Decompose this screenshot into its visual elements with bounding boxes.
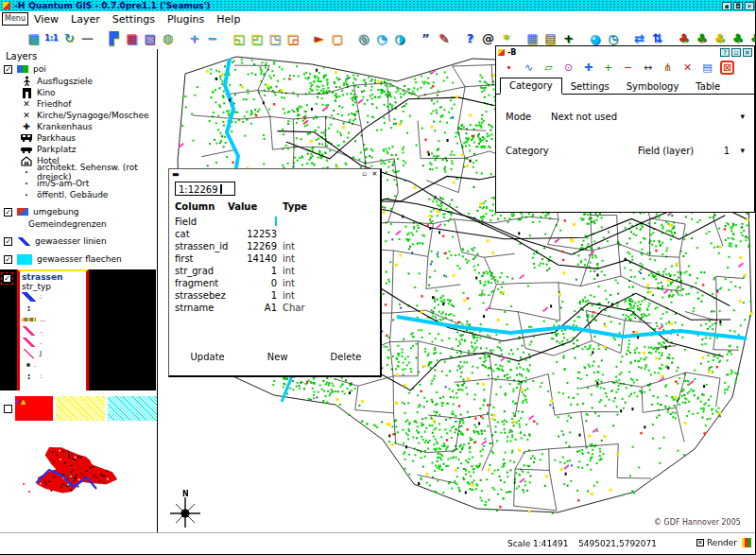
sort-layers-icon[interactable]: ⇅ [648,29,666,47]
new-button[interactable]: New [267,352,288,362]
grass-tools-icon[interactable]: ♣ [729,29,747,47]
edit-help-icon[interactable]: ? [720,48,730,57]
stop-render-icon[interactable]: ◑ [390,29,408,47]
edit-attributes-icon[interactable]: ▤ [700,61,714,75]
add-wms-layer-icon[interactable]: ◍ [159,29,177,47]
edit-close-icon[interactable]: ✕ [743,48,752,57]
bookmark-icon[interactable]: ◕ [586,29,604,47]
legend-poi-item[interactable]: ✕Friedhof [0,98,156,110]
menu-settings[interactable]: Settings [112,13,155,26]
menu-help[interactable]: Help [216,13,240,26]
chevron-down-icon[interactable]: ▾ [740,146,745,155]
edit-maximize-icon[interactable]: ▫ [731,48,741,57]
layer-checkbox[interactable]: ✓ [4,237,12,246]
menu-layer[interactable]: Layer [71,13,100,26]
attribute-table-icon[interactable]: ▦ [524,29,541,47]
menu-tearoff[interactable]: Menu [2,12,28,26]
minimize-icon[interactable]: ▪ [722,2,731,10]
zoom-full-extent-icon[interactable]: ◱ [230,29,248,47]
move-element-icon[interactable]: ↔ [641,61,655,75]
delete-element-icon[interactable]: ✕ [680,61,695,75]
overview-icon[interactable]: ◎ [354,29,372,47]
delete-vertex-icon[interactable]: − [621,61,635,75]
layer-checkbox[interactable]: ✓ [4,255,12,264]
legend-poi-item[interactable]: Kino [0,87,156,98]
attr-value[interactable]: 14140 [228,253,277,264]
layer-checkbox[interactable]: ✓ [3,274,11,283]
update-button[interactable]: Update [191,352,225,362]
layer-row-raster[interactable]: ✈▲ [0,396,156,421]
open-project-icon[interactable]: ▤ [25,29,43,47]
legend-poi-item[interactable]: Parkplatz [0,144,156,155]
attr-value[interactable]: 0 [228,278,277,288]
render-toggle[interactable]: ✕ Render [696,538,737,547]
add-vertex-icon[interactable]: + [601,61,615,75]
menu-plugins[interactable]: Plugins [167,13,204,26]
identify-icon[interactable]: ► [310,29,328,47]
attr-close-icon[interactable]: ✕ [370,170,379,178]
toggle-editing-icon[interactable]: ✎ [435,29,453,47]
attr-value[interactable]: 1 [228,266,277,276]
layer-row-umgebung[interactable]: ✓umgebung [0,205,156,218]
attr-value[interactable]: A1 [228,303,277,313]
zoom-previous-icon[interactable]: ◲ [284,29,301,47]
print-icon[interactable]: — [78,29,96,47]
legend-poi-item[interactable]: ·öffentl. Gebäude [0,189,156,200]
close-icon[interactable]: ✕ [745,2,754,10]
field-cat-input[interactable]: 1:12269 [175,182,235,196]
bookmark-edit-icon[interactable]: ◷ [604,29,622,47]
grass-edit-icon[interactable]: ♣ [711,29,729,47]
layer-row-gewaesser-linien[interactable]: ✓gewaesser linien [0,234,156,248]
move-layer-icon[interactable]: ⇄ [630,29,648,47]
attr-value[interactable]: 12253 [228,229,277,239]
tab-category[interactable]: Category [500,78,562,95]
tab-settings[interactable]: Settings [562,79,618,94]
chevron-down-icon[interactable]: ▾ [740,112,745,121]
layer-row-poi[interactable]: ✓poi [0,62,156,76]
tab-table[interactable]: Table [687,79,729,94]
zoom-in-icon[interactable]: + [185,29,203,47]
zoom-to-selection-icon[interactable]: ◰ [248,29,266,47]
legend-poi-item[interactable]: ·architekt. Sehensw. (rot dreieck) [0,166,156,178]
layer-row-gewaesser-flaechen[interactable]: ✓gewaesser flaechen [0,252,156,266]
layer-checkbox[interactable] [4,405,12,413]
add-raster-layer-icon[interactable]: ▦ [123,29,141,47]
menu-view[interactable]: View [34,13,59,26]
refresh-icon[interactable]: ↻ [60,29,78,47]
legend-poi-item[interactable]: Parkhaus [0,132,156,144]
mode-select[interactable]: Next not used [551,112,617,122]
layer-checkbox[interactable]: ✓ [4,65,12,74]
reload-icon[interactable]: ◔ [372,29,390,47]
legend-poi-item[interactable]: ✕Kirche/Synagoge/Moschee [0,110,156,121]
render-checkbox[interactable]: ✕ [696,539,704,546]
new-boundary-icon[interactable]: ▱ [541,61,556,75]
delete-button[interactable]: Delete [331,352,362,362]
field-layer-select[interactable]: 1 [724,146,730,156]
add-feature-icon[interactable]: + [559,29,577,47]
add-vector-layer-icon[interactable]: ▛ [105,29,123,47]
move-vertex-icon[interactable]: ✚ [581,61,595,75]
select-features-icon[interactable]: ▢ [328,29,346,47]
layer-checkbox[interactable]: ✓ [4,208,12,217]
attr-value[interactable]: 1 [228,290,277,301]
raster-table-icon[interactable]: ▤ [541,29,559,47]
attr-value[interactable]: 12269 [228,241,277,251]
whats-this-icon[interactable]: ? [461,29,479,47]
zoom-actual-size-icon[interactable]: 1:1 [43,29,60,47]
grass-new-vector-icon[interactable]: ♣ [693,29,711,47]
new-point-icon[interactable]: • [502,61,516,75]
new-line-icon[interactable]: ∿ [522,61,536,75]
zoom-out-icon[interactable]: − [203,29,221,47]
attr-value[interactable] [228,217,277,227]
grass-region-icon[interactable]: ♣ [747,29,756,47]
add-postgis-layer-icon[interactable]: ▧ [141,29,159,47]
grass-open-mapset-icon[interactable]: ♣ [675,29,693,47]
tab-symbology[interactable]: Symbology [618,79,688,94]
pan-hands-icon[interactable]: * [497,29,515,47]
measure-icon[interactable]: ” [417,29,435,47]
overview-map[interactable] [4,428,147,519]
attr-maximize-icon[interactable]: ▫ [360,170,369,178]
layer-row-strassen-selected[interactable]: ✓strassenstr_typ::.....J.:: [0,269,156,390]
maximize-icon[interactable]: ◘ [733,2,743,10]
mapserver-export-icon[interactable]: @ [479,29,497,47]
